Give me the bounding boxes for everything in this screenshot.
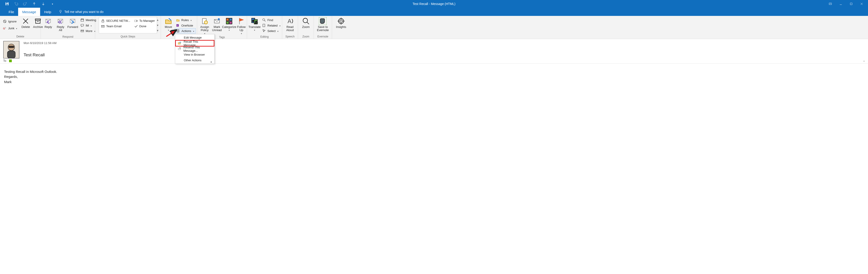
gallery-up-icon[interactable]: ▴ [157, 17, 158, 23]
svg-point-23 [205, 21, 208, 24]
quick-access-toolbar: ▾ [0, 1, 55, 6]
redo-icon[interactable] [23, 1, 28, 6]
menu-edit-message[interactable]: Edit Message [176, 35, 214, 40]
insights-button[interactable]: Insights [335, 17, 348, 29]
reply-label: Reply [44, 25, 52, 29]
more-label: More [86, 29, 92, 33]
tab-file[interactable]: File [4, 8, 18, 16]
group-evernote: Save to Evernote Evernote [314, 16, 332, 39]
ribbon-display-icon[interactable] [826, 0, 834, 7]
group-zoom: Zoom Zoom [298, 16, 314, 39]
undo-icon[interactable] [13, 1, 19, 6]
tab-message[interactable]: Message [18, 8, 40, 16]
rules-button[interactable]: Rules [175, 17, 196, 23]
junk-button[interactable]: Junk [1, 25, 19, 31]
message-from [24, 45, 865, 51]
reply-button[interactable]: Reply [42, 17, 54, 29]
quickstep-label: SECURE NETW... [106, 19, 130, 23]
save-evernote-button[interactable]: Save to Evernote [315, 17, 330, 32]
im-button[interactable]: IM [79, 23, 97, 28]
gallery-down-icon[interactable]: ▾ [157, 23, 158, 28]
tell-me-search[interactable]: Tell me what you want to do [55, 8, 107, 16]
group-insights-label [332, 34, 350, 39]
group-respond: Reply Reply All Forward Meeting IM [41, 16, 95, 39]
group-respond-label: Respond [41, 34, 95, 39]
resend-icon [178, 47, 181, 51]
actions-icon [176, 29, 180, 33]
flag-icon [238, 17, 245, 25]
read-aloud-icon: A [286, 17, 294, 25]
select-label: Select [268, 29, 276, 33]
translate-button[interactable]: aあ Translate [248, 17, 260, 31]
insights-icon [337, 17, 345, 25]
delete-button[interactable]: Delete [20, 17, 32, 29]
next-item-icon[interactable] [41, 1, 46, 6]
svg-rect-2 [6, 4, 8, 5]
ignore-button[interactable]: Ignore [1, 19, 19, 24]
follow-up-button[interactable]: Follow Up [235, 17, 247, 35]
save-icon[interactable] [4, 1, 9, 6]
meeting-button[interactable]: Meeting [79, 17, 97, 23]
quickstep-item[interactable]: To Manager [132, 18, 156, 24]
quickstep-label: To Manager [140, 19, 155, 23]
find-button[interactable]: Find [260, 17, 282, 23]
zoom-button[interactable]: Zoom [300, 17, 312, 29]
read-aloud-button[interactable]: A Read Aloud [284, 17, 296, 32]
mark-unread-button[interactable]: Mark Unread [211, 17, 223, 32]
menu-view-browser[interactable]: View in Browser [176, 52, 214, 57]
tab-help[interactable]: Help [40, 8, 55, 16]
group-delete-label: Delete [0, 34, 40, 39]
find-label: Find [268, 18, 273, 22]
expand-header-icon[interactable]: ⌄ [861, 58, 867, 63]
group-zoom-label: Zoom [298, 34, 314, 39]
quicksteps-gallery[interactable]: SECURE NETW... Team Email To Manager Don… [99, 17, 157, 33]
reply-all-button[interactable]: Reply All [54, 17, 67, 32]
svg-rect-27 [229, 18, 232, 21]
presence-indicator [9, 59, 12, 62]
qat-customize-icon[interactable]: ▾ [50, 1, 55, 6]
mark-unread-icon [213, 17, 221, 25]
mark-unread-label: Mark Unread [212, 25, 222, 32]
forward-button[interactable]: Forward [67, 17, 79, 29]
reply-all-label: Reply All [57, 25, 64, 32]
maximize-icon[interactable] [847, 0, 855, 7]
quickstep-item[interactable]: Done [132, 24, 156, 29]
quickstep-item[interactable]: SECURE NETW... [99, 18, 132, 24]
categorize-button[interactable]: Categorize [223, 17, 235, 31]
svg-rect-14 [81, 24, 84, 26]
actions-button[interactable]: Actions [175, 28, 196, 34]
save-evernote-label: Save to Evernote [317, 25, 329, 32]
svg-point-5 [60, 10, 61, 12]
group-speech-label: Speech [282, 34, 298, 39]
previous-item-icon[interactable] [32, 1, 37, 6]
gallery-nav: ▴ ▾ ▾ [157, 17, 158, 33]
assign-policy-button[interactable]: Assign Policy [198, 17, 211, 35]
move-button[interactable]: Move [162, 17, 175, 31]
lightbulb-icon [59, 9, 63, 14]
minimize-icon[interactable] [837, 0, 845, 7]
close-icon[interactable] [858, 0, 866, 7]
im-icon [80, 23, 84, 27]
svg-text:A: A [287, 18, 291, 24]
onenote-button[interactable]: N OneNote [175, 23, 196, 28]
svg-rect-47 [9, 46, 14, 48]
menu-recall-message[interactable]: Recall This Message... [176, 40, 214, 46]
gallery-more-icon[interactable]: ▾ [157, 28, 158, 33]
related-button[interactable]: Related [260, 23, 282, 28]
window-controls [826, 0, 868, 7]
more-respond-button[interactable]: More [79, 28, 97, 34]
sender-avatar [3, 41, 20, 59]
onenote-label: OneNote [181, 24, 193, 27]
categorize-label: Categorize [222, 25, 237, 29]
menu-other-actions[interactable]: Other Actions [176, 57, 214, 63]
menu-resend-message[interactable]: Resend This Message... [176, 46, 214, 52]
ignore-label: Ignore [8, 20, 17, 23]
select-button[interactable]: Select [260, 28, 282, 34]
select-icon [262, 29, 266, 33]
tell-me-label: Tell me what you want to do [64, 10, 103, 13]
svg-rect-35 [263, 24, 265, 27]
group-evernote-label: Evernote [314, 34, 332, 39]
actions-menu: Edit Message Recall This Message... Rese… [175, 34, 215, 64]
move-icon [164, 17, 172, 25]
quickstep-item[interactable]: Team Email [99, 24, 132, 29]
